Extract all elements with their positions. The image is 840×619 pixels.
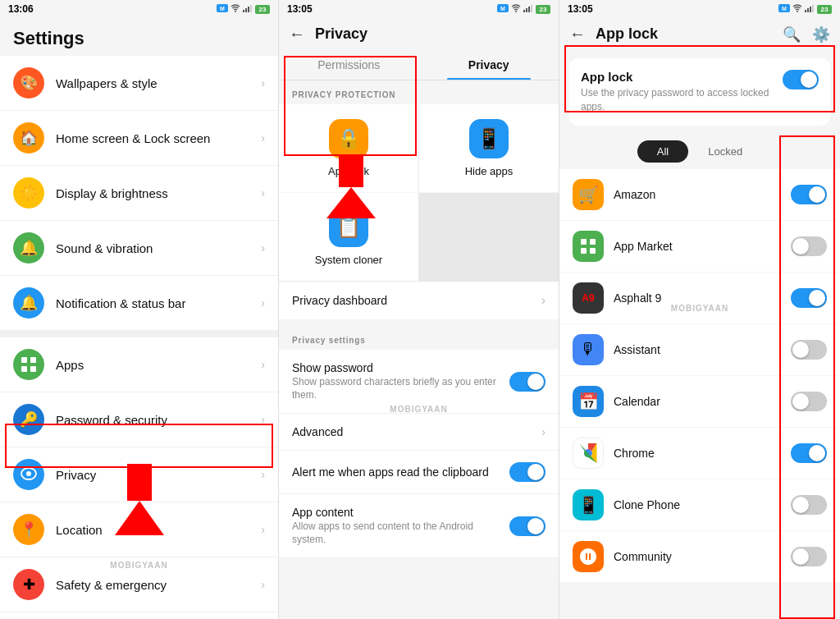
wallpapers-label: Wallpapers & style <box>56 76 249 90</box>
applock-panel: 13:05 M 23 ← App lock 🔍 ⚙️ App lock Use … <box>559 0 840 619</box>
showpassword-subtitle: Show password characters briefly as you … <box>292 376 501 401</box>
sound-label: Sound & vibration <box>56 241 249 255</box>
grid-top: 🔒 App lock 📱 Hide apps <box>279 104 559 192</box>
battery-left: 23 <box>255 5 270 14</box>
clipboard-toggle[interactable] <box>509 462 546 482</box>
systemcloner-grid-label: System cloner <box>315 254 382 266</box>
settings-item-display[interactable]: ☀️ Display & brightness › <box>0 166 278 221</box>
settings-item-battery[interactable]: 🔋 Battery › <box>0 612 278 619</box>
back-button-mid[interactable]: ← <box>289 25 305 44</box>
amazon-toggle[interactable] <box>791 185 827 204</box>
grid-privdashboard[interactable]: Privacy dashboard › <box>279 282 559 319</box>
asphalt9-toggle[interactable] <box>791 288 827 308</box>
svg-rect-19 <box>531 5 532 12</box>
chrome-toggle[interactable] <box>791 443 827 463</box>
settings-item-homescreen[interactable]: 🏠 Home screen & Lock screen › <box>0 111 278 166</box>
clonephone-toggle[interactable] <box>791 495 827 515</box>
svg-rect-18 <box>528 7 530 12</box>
showpassword-texts: Show password Show password characters b… <box>292 361 501 401</box>
grid-hideapps[interactable]: 📱 Hide apps <box>419 104 559 192</box>
display-chevron: › <box>261 186 265 199</box>
svg-rect-4 <box>245 8 247 12</box>
toggle-knob <box>527 374 544 390</box>
asphalt9-name: Asphalt 9 <box>614 291 781 305</box>
settings-item-password[interactable]: 🔑 Password & security › <box>0 392 278 447</box>
calendar-toggle[interactable] <box>791 392 827 411</box>
homescreen-chevron: › <box>261 131 265 144</box>
app-row-clonephone[interactable]: 📱 Clone Phone <box>559 479 840 531</box>
app-row-assistant[interactable]: 🎙 Assistant <box>559 324 840 376</box>
settings-item-wallpapers[interactable]: 🎨 Wallpapers & style › <box>0 56 278 111</box>
time-left: 13:06 <box>8 3 34 15</box>
sound-icon: 🔔 <box>13 232 44 264</box>
app-row-asphalt9[interactable]: A9 Asphalt 9 <box>559 273 840 324</box>
appcontent-row[interactable]: App content Allow apps to send content t… <box>279 494 559 558</box>
app-row-appmarket[interactable]: App Market <box>559 221 840 273</box>
app-row-amazon[interactable]: 🛒 Amazon <box>559 169 840 221</box>
showpassword-toggle[interactable] <box>509 372 546 392</box>
back-button-right[interactable]: ← <box>569 25 586 44</box>
notif-icon-right: M <box>778 4 790 14</box>
homescreen-icon: 🏠 <box>13 122 44 154</box>
settings-gear-icon[interactable]: ⚙️ <box>812 25 830 44</box>
showpassword-title: Show password <box>292 361 501 374</box>
password-chevron: › <box>261 413 265 426</box>
homescreen-label: Home screen & Lock screen <box>56 131 249 145</box>
knob-clonephone <box>792 497 809 513</box>
clipboard-row[interactable]: Alert me when apps read the clipboard <box>279 451 559 494</box>
banner-texts: App lock Use the privacy password to acc… <box>581 70 774 114</box>
time-right: 13:05 <box>568 3 593 15</box>
svg-rect-3 <box>243 10 244 12</box>
community-toggle[interactable] <box>791 547 827 566</box>
knob-amazon <box>809 186 825 203</box>
password-label: Password & security <box>56 413 249 427</box>
svg-rect-8 <box>30 357 36 363</box>
filter-all[interactable]: All <box>637 140 688 163</box>
knob-asphalt9 <box>809 290 825 306</box>
settings-item-sos[interactable]: ✚ Safety & emergency › <box>0 557 278 612</box>
display-label: Display & brightness <box>56 186 249 200</box>
notification-label: Notification & status bar <box>56 296 249 310</box>
privacy-panel: 13:05 M 23 ← Privacy Permissions Privacy… <box>279 0 559 619</box>
applock-grid-icon: 🔒 <box>329 119 368 158</box>
tab-permissions[interactable]: Permissions <box>279 50 419 80</box>
settings-item-location[interactable]: 📍 Location › <box>0 502 278 557</box>
assistant-toggle[interactable] <box>791 340 827 360</box>
app-row-calendar[interactable]: 📅 Calendar <box>559 376 840 428</box>
settings-item-sound[interactable]: 🔔 Sound & vibration › <box>0 221 278 276</box>
grid-bottom: 📋 System cloner Privacy dashboard › <box>279 193 559 319</box>
grid-systemcloner[interactable]: 📋 System cloner <box>279 193 418 281</box>
privdashboard-chevron: › <box>541 293 546 308</box>
svg-point-2 <box>235 11 236 12</box>
banner-toggle[interactable] <box>783 70 819 89</box>
settings-item-privacy[interactable]: Privacy › <box>0 447 278 502</box>
search-icon[interactable]: 🔍 <box>783 25 801 44</box>
nav-header-mid: ← Privacy <box>279 18 559 50</box>
settings-item-notification[interactable]: 🔔 Notification & status bar › <box>0 276 278 331</box>
grid-applock[interactable]: 🔒 App lock <box>279 104 418 192</box>
status-bar-right: 13:05 M 23 <box>559 0 840 18</box>
showpassword-row[interactable]: Show password Show password characters b… <box>279 350 559 414</box>
clonephone-name: Clone Phone <box>614 498 781 511</box>
time-mid: 13:05 <box>287 3 313 15</box>
location-chevron: › <box>261 523 265 536</box>
systemcloner-grid-icon: 📋 <box>329 208 368 247</box>
svg-text:M: M <box>782 6 787 11</box>
banner-title: App lock <box>581 70 774 84</box>
appmarket-toggle[interactable] <box>791 236 827 256</box>
svg-rect-16 <box>523 10 525 12</box>
app-row-chrome[interactable]: Chrome <box>559 428 840 479</box>
notif-icon-mid: M <box>497 4 509 14</box>
hideapps-grid-label: Hide apps <box>465 165 514 177</box>
settings-item-apps[interactable]: Apps › <box>0 337 278 392</box>
filter-row: All Locked <box>559 140 840 163</box>
chrome-name: Chrome <box>614 447 781 460</box>
app-row-community[interactable]: Community <box>559 531 840 583</box>
advanced-row[interactable]: Advanced › <box>279 414 559 451</box>
assistant-icon: 🎙 <box>573 334 604 365</box>
appcontent-toggle[interactable] <box>509 516 546 536</box>
sos-icon: ✚ <box>13 569 44 600</box>
page-title-mid: Privacy <box>315 25 368 43</box>
tab-privacy[interactable]: Privacy <box>419 50 559 80</box>
filter-locked[interactable]: Locked <box>688 140 762 163</box>
